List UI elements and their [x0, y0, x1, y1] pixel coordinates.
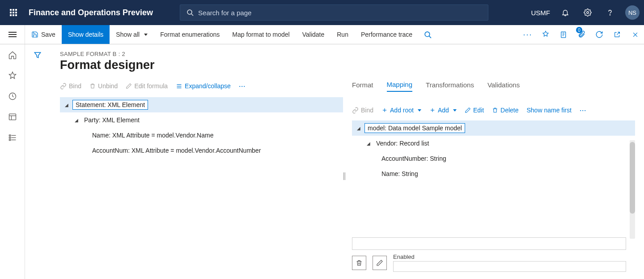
add-button[interactable]: Add	[429, 107, 457, 114]
overflow-button[interactable]: ···	[519, 25, 537, 44]
notifications-button[interactable]	[556, 4, 574, 21]
caret-icon[interactable]: ◢	[64, 103, 70, 107]
svg-rect-10	[9, 114, 16, 120]
tree-row-name[interactable]: Name: String	[352, 166, 635, 181]
mapping-column: Format Mapping Transformations Validatio…	[352, 78, 635, 275]
filter-pane-toggle[interactable]	[25, 44, 50, 279]
trash-icon	[356, 259, 363, 266]
show-name-first-label: Show name first	[526, 107, 571, 114]
page-title: Format designer	[60, 58, 635, 72]
rail-home[interactable]	[8, 51, 17, 60]
caret-icon[interactable]: ◢	[73, 118, 80, 123]
action-search-button[interactable]	[419, 25, 436, 44]
refresh-button[interactable]	[590, 25, 608, 44]
search-input[interactable]	[198, 9, 482, 17]
show-details-button[interactable]: Show details	[62, 25, 110, 44]
settings-button[interactable]	[579, 4, 597, 21]
link-icon	[60, 83, 67, 90]
tree-label: Statement: XML Element	[72, 100, 148, 110]
global-search[interactable]	[180, 4, 488, 21]
expand-collapse-button[interactable]: Expand/collapse	[176, 82, 231, 90]
property-panel: Enabled	[352, 237, 626, 275]
mapping-bind-button[interactable]: Bind	[352, 107, 373, 114]
format-column: Bind Unbind Edit formula Expand/collapse	[60, 78, 343, 275]
mapping-toolbar-overflow[interactable]: ···	[580, 106, 586, 115]
show-name-first-button[interactable]: Show name first	[526, 107, 571, 114]
delete-button[interactable]: Delete	[492, 107, 518, 114]
bind-label: Bind	[361, 107, 373, 114]
format-enumerations-button[interactable]: Format enumerations	[154, 25, 226, 44]
personalize-button[interactable]	[537, 25, 555, 44]
tree-label: Party: XML Element	[82, 116, 141, 124]
attachments-count: 0	[576, 27, 582, 33]
edit-button[interactable]: Edit	[465, 107, 484, 114]
performance-trace-button[interactable]: Performance trace	[355, 25, 419, 44]
tree-row-statement[interactable]: ◢ Statement: XML Element	[60, 97, 343, 112]
mapping-toolbar: Bind Add root Add Edit	[352, 103, 635, 118]
validate-button[interactable]: Validate	[296, 25, 331, 44]
tab-transformations[interactable]: Transformations	[426, 81, 474, 91]
save-label: Save	[41, 31, 55, 38]
main-content: SAMPLE FORMAT B : 2 Format designer Bind…	[50, 44, 644, 279]
svg-rect-6	[561, 32, 565, 38]
edit-formula-label: Edit formula	[134, 82, 168, 90]
edit-property-button[interactable]	[373, 256, 387, 270]
edit-formula-button[interactable]: Edit formula	[126, 82, 168, 90]
tree-row-party[interactable]: ◢ Party: XML Element	[60, 112, 343, 128]
validate-label: Validate	[302, 31, 325, 38]
expand-collapse-label: Expand/collapse	[185, 82, 231, 90]
tab-format[interactable]: Format	[352, 81, 373, 91]
plus-icon	[429, 107, 436, 113]
plus-icon	[381, 107, 388, 113]
tree-row-vendor[interactable]: ◢ Vendor: Record list	[352, 136, 635, 151]
svg-rect-15	[9, 139, 10, 141]
show-all-button[interactable]: Show all	[110, 25, 154, 44]
tree-row-account-attr[interactable]: AccountNum: XML Attribute = model.Vendor…	[60, 143, 343, 158]
rail-recent[interactable]	[8, 92, 17, 101]
bind-button[interactable]: Bind	[60, 82, 81, 90]
trash-icon	[492, 107, 498, 113]
save-icon	[31, 31, 38, 38]
tab-validations[interactable]: Validations	[487, 81, 520, 91]
splitter-handle[interactable]: ║	[342, 172, 347, 180]
scrollbar[interactable]	[630, 140, 635, 239]
popout-button[interactable]	[608, 25, 626, 44]
save-button[interactable]: Save	[25, 25, 62, 44]
tree-row-model[interactable]: ◢ model: Data model Sample model	[352, 120, 635, 136]
run-button[interactable]: Run	[330, 25, 355, 44]
svg-point-4	[425, 32, 430, 37]
map-format-button[interactable]: Map format to model	[226, 25, 296, 44]
tree-label: Vendor: Record list	[374, 139, 431, 148]
rail-favorites[interactable]	[8, 71, 17, 80]
user-avatar[interactable]: NS	[625, 5, 640, 20]
tree-label: AccountNum: XML Attribute = model.Vendor…	[90, 146, 263, 155]
rail-workspaces[interactable]	[8, 112, 17, 121]
close-button[interactable]	[626, 25, 644, 44]
show-all-label: Show all	[116, 31, 140, 38]
tree-label: AccountNumber: String	[380, 154, 448, 163]
app-launcher-button[interactable]	[4, 4, 22, 21]
help-button[interactable]	[601, 4, 619, 21]
svg-line-1	[191, 14, 193, 16]
delete-property-button[interactable]	[352, 256, 366, 270]
format-toolbar-overflow[interactable]: ···	[239, 82, 246, 91]
svg-rect-14	[9, 137, 10, 138]
tree-row-accountnumber[interactable]: AccountNumber: String	[352, 151, 635, 166]
add-root-button[interactable]: Add root	[381, 107, 421, 114]
page-options-button[interactable]	[555, 25, 572, 44]
tree-row-name-attr[interactable]: Name: XML Attribute = model.Vendor.Name	[60, 128, 343, 143]
show-details-label: Show details	[68, 31, 103, 38]
nav-toggle[interactable]	[0, 25, 25, 44]
run-label: Run	[337, 31, 348, 38]
rail-modules[interactable]	[8, 133, 17, 142]
caret-icon[interactable]: ◢	[356, 126, 362, 131]
unbind-button[interactable]: Unbind	[89, 82, 118, 90]
attachments-button[interactable]: 0	[572, 25, 590, 44]
right-tabs: Format Mapping Transformations Validatio…	[352, 78, 635, 94]
caret-icon[interactable]: ◢	[365, 141, 372, 146]
property-input-1[interactable]	[352, 237, 626, 250]
tree-label: Name: XML Attribute = model.Vendor.Name	[90, 131, 215, 140]
company-label[interactable]: USMF	[531, 9, 551, 17]
tab-mapping[interactable]: Mapping	[387, 81, 413, 92]
enabled-input[interactable]	[393, 261, 626, 272]
